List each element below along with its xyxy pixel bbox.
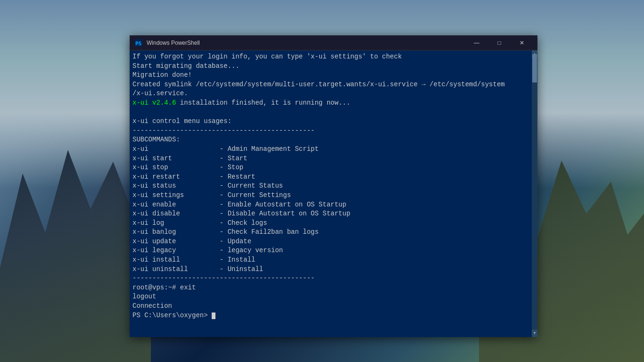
terminal-line-16: x-ui settings - Current Settings	[132, 191, 528, 200]
scrollbar[interactable]: ▲ ▼	[532, 50, 537, 337]
terminal-line-11: x-ui - Admin Management Script	[132, 145, 528, 154]
cursor	[212, 313, 215, 319]
terminal-line-29: PS C:\Users\oxygen>	[132, 311, 528, 321]
terminal-line-19: x-ui log - Check logs	[132, 219, 528, 228]
terminal-line-27: logout	[132, 292, 528, 302]
minimize-button[interactable]: —	[466, 35, 487, 50]
close-button[interactable]: ✕	[511, 35, 533, 50]
terminal-line-5: /x-ui.service.	[132, 89, 528, 99]
powershell-icon: PS	[134, 39, 143, 47]
terminal-line-8: x-ui control menu usages:	[132, 117, 528, 126]
terminal-line-17: x-ui enable - Enable Autostart on OS Sta…	[132, 200, 528, 210]
terminal-line-25: ----------------------------------------…	[132, 274, 528, 283]
terminal-line-26: root@vps:~# exit	[132, 283, 528, 293]
terminal-line-18: x-ui disable - Disable Autostart on OS S…	[132, 209, 528, 219]
terminal-line-9: ----------------------------------------…	[132, 126, 528, 136]
terminal-line-12: x-ui start - Start	[132, 154, 528, 164]
terminal-line-15: x-ui status - Current Status	[132, 181, 528, 191]
terminal-line-7	[132, 108, 528, 117]
powershell-window: PS Windows PowerShell — □ ✕ If you forgo…	[130, 35, 537, 337]
terminal-content: If you forgot your login info, you can t…	[132, 52, 535, 320]
terminal-line-10: SUBCOMMANDS:	[132, 135, 528, 145]
terminal-line-2: Start migrating database...	[132, 62, 528, 71]
terminal-line-24: x-ui uninstall - Uninstall	[132, 265, 528, 274]
window-title: Windows PowerShell	[147, 40, 466, 46]
terminal-line-14: x-ui restart - Restart	[132, 173, 528, 182]
maximize-button[interactable]: □	[488, 35, 510, 50]
terminal-line-6: x-ui v2.4.6 installation finished, it is…	[132, 99, 528, 108]
terminal-line-22: x-ui legacy - legacy version	[132, 246, 528, 255]
terminal-line-21: x-ui update - Update	[132, 237, 528, 247]
terminal-body[interactable]: If you forgot your login info, you can t…	[130, 50, 537, 337]
terminal-line-3: Migration done!	[132, 71, 528, 80]
terminal-line-20: x-ui banlog - Check Fail2ban ban logs	[132, 228, 528, 237]
terminal-line-13: x-ui stop - Stop	[132, 163, 528, 173]
scrollbar-arrow-down[interactable]: ▼	[532, 329, 537, 337]
window-controls: — □ ✕	[466, 35, 533, 50]
svg-text:PS: PS	[135, 41, 141, 47]
scrollbar-thumb[interactable]	[532, 54, 537, 82]
title-bar: PS Windows PowerShell — □ ✕	[130, 35, 537, 50]
terminal-line-28: Connection	[132, 302, 528, 311]
terminal-line-4: Created symlink /etc/systemd/system/mult…	[132, 80, 528, 90]
terminal-line-23: x-ui install - Install	[132, 255, 528, 265]
terminal-line-1: If you forgot your login info, you can t…	[132, 52, 528, 62]
